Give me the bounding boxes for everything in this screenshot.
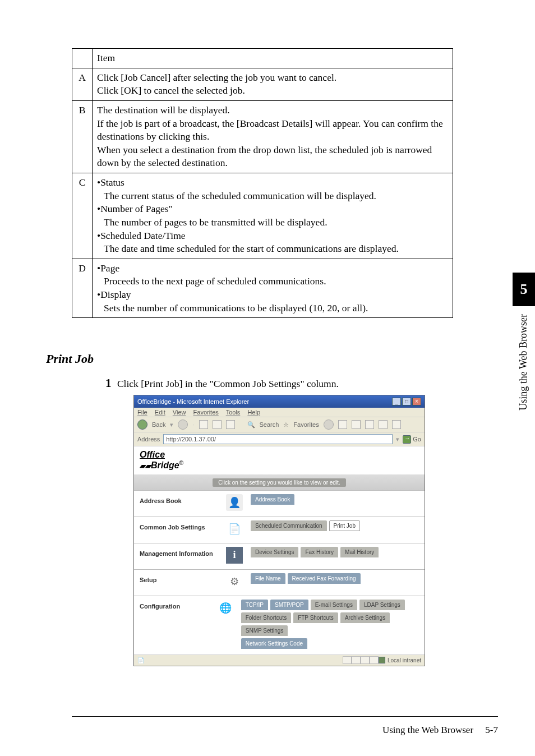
stop-icon[interactable] <box>199 420 208 429</box>
section-address-book: Address Book 👤 Address Book <box>134 490 425 517</box>
maximize-button[interactable]: □ <box>402 398 411 405</box>
section-setup: Setup ⚙ File Name Received Fax Forwardin… <box>134 569 425 596</box>
row-letter: A <box>72 68 93 100</box>
tab-email-settings[interactable]: E-mail Settings <box>311 600 357 610</box>
print-icon[interactable] <box>365 420 374 429</box>
person-icon: 👤 <box>226 494 243 511</box>
section-management-info: Management Information i Device Settings… <box>134 543 425 569</box>
row-letter: C <box>72 173 93 259</box>
go-button[interactable]: Go <box>403 435 421 444</box>
row-line: If the job is part of a broadcast, the [… <box>97 117 448 144</box>
home-icon[interactable] <box>226 420 235 429</box>
menu-tools[interactable]: Tools <box>226 409 241 416</box>
history-icon[interactable] <box>338 420 347 429</box>
status-bar: 📄 Local intranet <box>134 654 425 666</box>
tab-device-settings[interactable]: Device Settings <box>251 547 298 557</box>
gray-band: Click on the setting you would like to v… <box>134 474 425 490</box>
status-cell <box>370 656 379 664</box>
logo-bridge: Bridge <box>151 461 179 471</box>
section-label: Management Information <box>140 547 218 557</box>
tab-snmp-settings[interactable]: SNMP Settings <box>241 625 288 636</box>
menu-edit[interactable]: Edit <box>155 409 165 416</box>
row-content: •Page Proceeds to the next page of sched… <box>93 259 453 318</box>
menu-view[interactable]: View <box>173 409 186 416</box>
tab-archive-settings[interactable]: Archive Settings <box>340 612 390 623</box>
row-line: The destination will be displayed. <box>97 104 448 117</box>
forward-icon[interactable] <box>178 420 188 430</box>
security-zone: Local intranet <box>379 657 421 663</box>
discuss-icon[interactable] <box>392 420 401 429</box>
favorites-icon[interactable]: ☆ <box>283 421 289 428</box>
document-icon: 📄 <box>226 520 243 537</box>
bullet-title: •Scheduled Date/Time <box>97 229 448 243</box>
tab-scheduled-communication[interactable]: Scheduled Communication <box>251 520 327 531</box>
tab-mail-history[interactable]: Mail History <box>340 547 379 557</box>
edit-icon[interactable] <box>379 420 388 429</box>
screenshot: OfficeBridge - Microsoft Internet Explor… <box>133 395 425 666</box>
tab-received-fax-forwarding[interactable]: Received Fax Forwarding <box>288 573 361 584</box>
bullet-desc: Proceeds to the next page of scheduled c… <box>104 275 448 288</box>
tab-folder-shortcuts[interactable]: Folder Shortcuts <box>241 612 291 623</box>
tab-address-book[interactable]: Address Book <box>251 494 294 505</box>
section-common-job: Common Job Settings 📄 Scheduled Communic… <box>134 517 425 543</box>
address-label: Address <box>137 436 160 442</box>
table-row: B The destination will be displayed. If … <box>72 100 453 173</box>
window-title: OfficeBridge - Microsoft Internet Explor… <box>137 398 249 405</box>
close-button[interactable]: × <box>412 398 421 405</box>
tab-tcpip[interactable]: TCP/IP <box>241 600 268 610</box>
menu-file[interactable]: File <box>137 409 147 416</box>
go-label: Go <box>413 436 421 442</box>
tab-smtp-pop[interactable]: SMTP/POP <box>270 600 308 610</box>
status-done-icon: 📄 <box>137 657 144 663</box>
tab-fax-history[interactable]: Fax History <box>301 547 338 557</box>
favorites-label[interactable]: Favorites <box>293 421 319 428</box>
table-header-item: Item <box>93 49 453 68</box>
officebridge-logo: Office ▰▰Bridge® <box>134 446 425 474</box>
section-label: Common Job Settings <box>140 520 218 531</box>
table-header-blank <box>72 49 93 68</box>
window-titlebar: OfficeBridge - Microsoft Internet Explor… <box>134 395 425 408</box>
item-table: Item A Click [Job Cancel] after selectin… <box>72 48 453 318</box>
bullet-desc: The date and time scheduled for the star… <box>104 242 448 256</box>
tab-file-name[interactable]: File Name <box>251 573 285 584</box>
chapter-label-vertical: Using the Web Browser <box>518 314 529 411</box>
bullet-title: •Number of Pages" <box>97 202 448 216</box>
row-content: The destination will be displayed. If th… <box>93 100 453 173</box>
search-label[interactable]: Search <box>260 421 279 428</box>
row-line: When you select a destination from the d… <box>97 144 448 170</box>
step-text: Click [Print Job] in the "Common Job Set… <box>117 378 339 389</box>
media-icon[interactable] <box>324 420 334 430</box>
zone-label: Local intranet <box>388 657 421 663</box>
minimize-button[interactable]: _ <box>392 398 401 405</box>
mail-icon[interactable] <box>352 420 361 429</box>
bullet-title: •Display <box>97 288 448 302</box>
tab-ldap-settings[interactable]: LDAP Settings <box>359 600 405 610</box>
row-line: Click [OK] to cancel the selected job. <box>97 84 448 98</box>
refresh-icon[interactable] <box>213 420 222 429</box>
step-number: 1 <box>105 376 112 390</box>
bullet-desc: The number of pages to be transmitted wi… <box>104 216 448 229</box>
tab-network-settings-code[interactable]: Network Settings Code <box>241 638 307 649</box>
chapter-tab: 5 <box>513 273 535 306</box>
section-title: Print Job <box>46 352 453 366</box>
address-input[interactable] <box>163 434 393 444</box>
back-label[interactable]: Back <box>152 421 165 428</box>
table-row: C •Status The current status of the sche… <box>72 173 453 259</box>
menu-favorites[interactable]: Favorites <box>193 409 219 416</box>
step: 1 Click [Print Job] in the "Common Job S… <box>105 376 453 390</box>
address-bar: Address ▾ Go <box>134 432 425 446</box>
gears-icon: ⚙ <box>226 573 243 590</box>
tab-ftp-shortcuts[interactable]: FTP Shortcuts <box>293 612 338 623</box>
tab-print-job[interactable]: Print Job <box>329 520 360 531</box>
menu-help[interactable]: Help <box>247 409 260 416</box>
section-label: Setup <box>140 573 218 583</box>
bullet-title: •Page <box>97 262 448 275</box>
back-icon[interactable] <box>137 420 147 430</box>
section-label: Configuration <box>140 600 210 610</box>
table-row: D •Page Proceeds to the next page of sch… <box>72 259 453 318</box>
row-letter: B <box>72 100 93 173</box>
search-icon[interactable]: 🔍 <box>247 421 255 428</box>
intranet-icon <box>379 657 385 663</box>
row-line: Click [Job Cancel] after selecting the j… <box>97 71 448 85</box>
status-cell <box>352 656 361 664</box>
